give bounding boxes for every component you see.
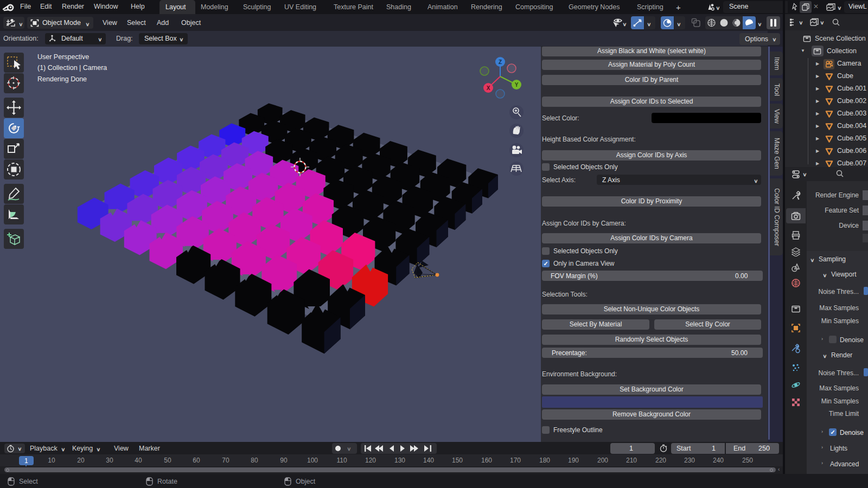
svg-text:Y: Y xyxy=(515,82,519,88)
svg-text:X: X xyxy=(487,85,490,91)
svg-text:Z: Z xyxy=(499,59,502,65)
